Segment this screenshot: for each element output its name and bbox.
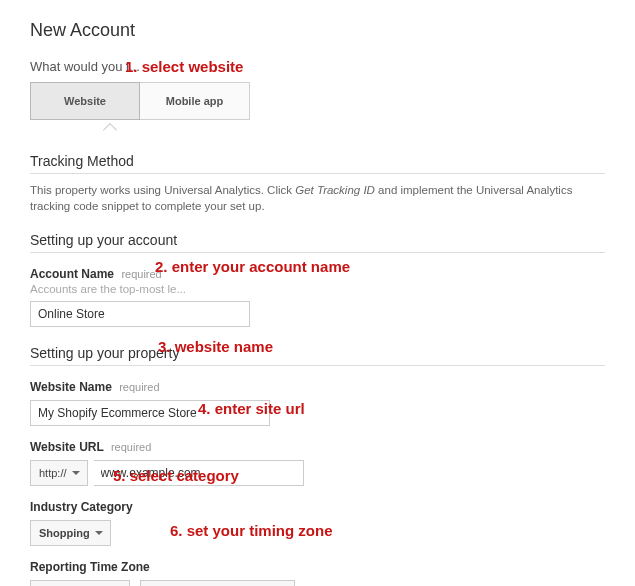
account-name-label: Account Name required (30, 267, 605, 281)
timezone-offset-dropdown[interactable]: (GMT-07:00) Pacific Time (140, 580, 295, 586)
property-section-heading: Setting up your property (30, 345, 605, 366)
account-section-heading: Setting up your account (30, 232, 605, 253)
industry-dropdown[interactable]: Shopping (30, 520, 111, 546)
tracking-method-description: This property works using Universal Anal… (30, 182, 605, 214)
timezone-country-dropdown[interactable]: United States (30, 580, 130, 586)
chevron-down-icon (95, 531, 103, 535)
required-tag: required (121, 268, 161, 280)
tracking-desc-pre: This property works using Universal Anal… (30, 184, 295, 196)
website-url-label-text: Website URL (30, 440, 104, 454)
tab-mobile-app[interactable]: Mobile app (140, 82, 250, 120)
website-url-label: Website URL required (30, 440, 605, 454)
website-name-label-text: Website Name (30, 380, 112, 394)
tracking-type-tabs: Website Mobile app (30, 82, 605, 120)
page-title: New Account (30, 20, 605, 41)
chevron-down-icon (72, 471, 80, 475)
website-name-input[interactable] (30, 400, 270, 426)
tracking-question: What would you l... (30, 59, 605, 74)
annotation-6: 6. set your timing zone (170, 522, 333, 539)
account-name-input[interactable] (30, 301, 250, 327)
tab-pointer-icon (103, 123, 117, 137)
industry-label: Industry Category (30, 500, 605, 514)
website-name-label: Website Name required (30, 380, 605, 394)
required-tag: required (119, 381, 159, 393)
tracking-method-heading: Tracking Method (30, 153, 605, 174)
tab-website[interactable]: Website (30, 82, 140, 120)
industry-value: Shopping (39, 527, 90, 539)
account-name-label-text: Account Name (30, 267, 114, 281)
protocol-value: http:// (39, 467, 67, 479)
tracking-desc-link: Get Tracking ID (295, 184, 375, 196)
website-url-input[interactable] (94, 460, 304, 486)
account-name-hint: Accounts are the top-most le... (30, 283, 605, 295)
protocol-dropdown[interactable]: http:// (30, 460, 88, 486)
required-tag: required (111, 441, 151, 453)
timezone-label: Reporting Time Zone (30, 560, 605, 574)
